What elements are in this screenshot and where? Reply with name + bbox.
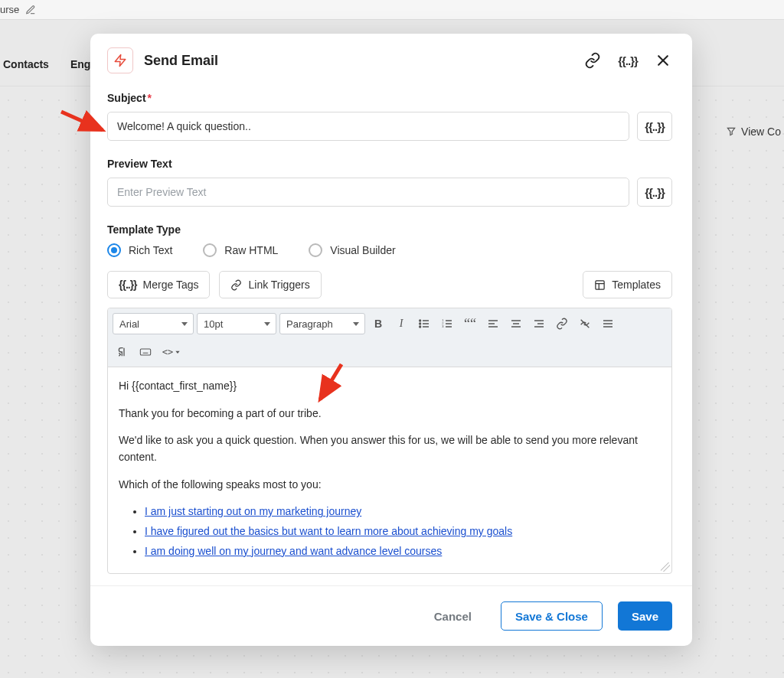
merge-tags-icon-button[interactable]: {{..}}	[619, 51, 637, 70]
email-para: We'd like to ask you a quick question. W…	[119, 432, 661, 465]
more-formatting-button[interactable]	[598, 314, 618, 334]
resize-handle-icon[interactable]	[661, 562, 670, 572]
bg-view-label: View Co	[741, 125, 781, 138]
funnel-icon	[726, 126, 737, 137]
email-greeting: Hi {{contact_first_name}}	[119, 378, 661, 395]
email-para: Which of the following speaks most to yo…	[119, 477, 661, 494]
block-format-select[interactable]: Paragraph	[279, 313, 365, 334]
bullet-list-icon	[418, 318, 430, 330]
radio-raw-label: Raw HTML	[224, 244, 278, 256]
template-type-label: Template Type	[107, 223, 672, 236]
radio-dot-icon	[203, 243, 217, 257]
merge-tags-icon: {{..}}	[119, 279, 137, 291]
italic-button[interactable]: I	[391, 314, 411, 334]
option-link[interactable]: I am just starting out on my marketing j…	[145, 505, 361, 517]
menu-icon	[602, 318, 614, 330]
quote-button[interactable]: ““	[460, 314, 480, 334]
list-item: I have figured out the basics but want t…	[145, 523, 661, 540]
link-icon	[230, 279, 242, 291]
svg-rect-3	[596, 280, 604, 288]
close-button[interactable]	[654, 51, 672, 70]
templates-icon	[594, 279, 606, 291]
svg-rect-31	[140, 349, 150, 355]
bold-button[interactable]: B	[368, 314, 388, 334]
option-link[interactable]: I have figured out the basics but want t…	[145, 525, 512, 537]
email-options-list: I am just starting out on my marketing j…	[145, 504, 661, 559]
send-email-modal: Send Email {{..}} Subject* {{..}} Previe…	[90, 34, 692, 646]
unlink-button[interactable]	[575, 314, 595, 334]
svg-line-39	[61, 112, 103, 130]
editor-toolbar: Arial 10pt Paragraph B I 123 ““	[108, 308, 671, 367]
insert-link-button[interactable]	[552, 314, 572, 334]
unlink-icon	[579, 318, 591, 330]
save-button[interactable]: Save	[618, 601, 672, 631]
svg-text:3: 3	[442, 324, 444, 328]
email-para: Select the option that you feel best sui…	[119, 571, 661, 574]
link-triggers-label: Link Triggers	[248, 279, 309, 291]
save-and-close-button[interactable]: Save & Close	[501, 601, 603, 631]
number-list-button[interactable]: 123	[437, 314, 457, 334]
radio-rich-text[interactable]: Rich Text	[107, 243, 172, 257]
pencil-icon	[25, 5, 36, 15]
svg-point-6	[420, 320, 421, 321]
modal-body: Subject* {{..}} Preview Text {{..}} Temp…	[90, 78, 692, 585]
merge-tags-label: Merge Tags	[143, 279, 199, 291]
bg-nav-contacts[interactable]: Contacts	[3, 58, 49, 70]
template-type-radios: Rich Text Raw HTML Visual Builder	[107, 243, 672, 257]
subject-input[interactable]	[107, 112, 629, 141]
editor-content[interactable]: Hi {{contact_first_name}} Thank you for …	[108, 367, 671, 573]
align-right-icon	[533, 318, 545, 330]
keyboard-button[interactable]	[136, 342, 155, 362]
templates-label: Templates	[612, 279, 661, 291]
svg-line-41	[320, 364, 341, 399]
align-left-button[interactable]	[483, 314, 503, 334]
radio-dot-icon	[107, 243, 121, 257]
cancel-button[interactable]: Cancel	[420, 601, 485, 631]
merge-tags-button[interactable]: {{..}} Merge Tags	[107, 271, 210, 298]
align-center-icon	[510, 318, 522, 330]
rich-text-editor: Arial 10pt Paragraph B I 123 ““	[107, 308, 672, 574]
source-code-button[interactable]: <>	[158, 342, 185, 362]
subject-label: Subject*	[107, 92, 672, 104]
radio-rich-label: Rich Text	[129, 244, 172, 256]
modal-header: Send Email {{..}}	[90, 34, 692, 78]
link-icon-button[interactable]	[583, 51, 602, 70]
bolt-icon	[113, 53, 127, 68]
modal-header-actions: {{..}}	[583, 51, 672, 70]
link-triggers-button[interactable]: Link Triggers	[219, 271, 321, 298]
align-right-button[interactable]	[529, 314, 549, 334]
keyboard-icon	[139, 346, 152, 358]
annotation-arrow-icon	[311, 361, 349, 407]
option-link[interactable]: I am doing well on my journey and want a…	[145, 545, 442, 557]
svg-marker-0	[115, 55, 126, 67]
align-left-icon	[487, 318, 499, 330]
preview-text-label: Preview Text	[107, 158, 672, 170]
bullet-list-button[interactable]	[414, 314, 434, 334]
font-family-select[interactable]: Arial	[113, 313, 194, 334]
merge-tags-icon: {{..}}	[645, 186, 665, 199]
subject-merge-button[interactable]: {{..}}	[637, 112, 672, 141]
radio-visual-builder[interactable]: Visual Builder	[309, 243, 395, 257]
align-center-button[interactable]	[506, 314, 526, 334]
number-list-icon: 123	[441, 318, 453, 330]
preview-text-input[interactable]	[107, 178, 629, 207]
link-icon	[584, 52, 601, 69]
preview-merge-button[interactable]: {{..}}	[637, 178, 672, 207]
background-topbar: urse	[0, 0, 784, 20]
bg-course-label: urse	[0, 4, 19, 15]
bg-view-conditions[interactable]: View Co	[726, 125, 781, 138]
templates-button[interactable]: Templates	[583, 271, 672, 298]
radio-raw-html[interactable]: Raw HTML	[203, 243, 278, 257]
font-size-select[interactable]: 10pt	[197, 313, 276, 334]
paragraph-direction-button[interactable]	[113, 342, 132, 362]
pilcrow-icon	[116, 346, 129, 358]
annotation-arrow-icon	[58, 107, 112, 138]
email-para: Thank you for becoming a part of our tri…	[119, 406, 661, 422]
modal-title: Send Email	[144, 53, 583, 69]
chevron-down-icon	[175, 349, 181, 355]
list-item: I am doing well on my journey and want a…	[145, 543, 661, 560]
close-icon	[655, 53, 671, 68]
bolt-icon-box	[107, 47, 133, 73]
editor-action-row: {{..}} Merge Tags Link Triggers Template…	[107, 271, 672, 298]
bg-nav-eng[interactable]: Eng	[70, 58, 90, 70]
